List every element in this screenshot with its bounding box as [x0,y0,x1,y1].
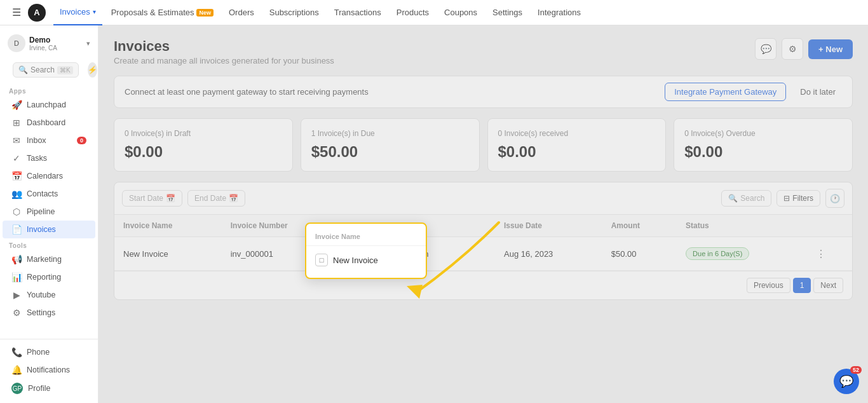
tasks-icon: ✓ [11,153,22,163]
profile-icon: GP [11,383,23,394]
dropdown-header: Invoice Name [306,230,426,246]
chevron-down-icon: ▾ [86,39,90,48]
lightning-button[interactable]: ⚡ [88,62,97,78]
sidebar-item-calendars[interactable]: 📅 Calendars [3,167,95,185]
sidebar: D Demo Irvine, CA ▾ 🔍 Search ⌘K ⚡ Apps 🚀… [0,25,98,403]
nav-item-coupons[interactable]: Coupons [438,0,484,25]
inbox-icon: ✉ [11,135,22,146]
nav-item-settings[interactable]: Settings [486,0,529,25]
nav-item-orders[interactable]: Orders [222,0,261,25]
app-logo: A [28,4,46,22]
chevron-down-icon: ▾ [93,8,96,15]
reporting-icon: 📊 [11,272,22,282]
avatar: D [8,34,25,52]
sidebar-item-launchpad[interactable]: 🚀 Launchpad [3,96,95,114]
sidebar-item-contacts[interactable]: 👥 Contacts [3,185,95,203]
invoice-name-dropdown: Invoice Name □ New Invoice [305,222,427,279]
invoice-item-label: New Invoice [333,256,378,265]
invoices-icon: 📄 [11,224,22,235]
dashboard-icon: ⊞ [11,118,22,128]
sidebar-item-pipeline[interactable]: ⬡ Pipeline [3,203,95,221]
youtube-icon: ▶ [11,290,22,300]
search-input[interactable]: 🔍 Search ⌘K [13,62,79,78]
user-location: Irvine, CA [29,44,83,51]
launchpad-icon: 🚀 [11,100,22,110]
chat-badge: 52 [850,366,862,374]
search-icon: 🔍 [18,65,28,74]
sidebar-item-invoices[interactable]: 📄 Invoices [3,221,95,238]
top-navigation: ☰ A Invoices ▾ Proposals & Estimates New… [0,0,868,25]
nav-item-products[interactable]: Products [390,0,435,25]
chat-icon: 💬 [839,374,853,388]
sidebar-item-marketing[interactable]: 📢 Marketing [3,250,95,268]
sidebar-item-inbox[interactable]: ✉ Inbox 0 [3,132,95,149]
nav-item-integrations[interactable]: Integrations [531,0,587,25]
sidebar-item-notifications[interactable]: 🔔 Notifications [3,361,95,379]
nav-item-proposals[interactable]: Proposals & Estimates New [105,0,220,25]
sidebar-item-reporting[interactable]: 📊 Reporting [3,268,95,286]
contacts-icon: 👥 [11,189,22,199]
hamburger-menu[interactable]: ☰ [8,4,25,22]
user-name: Demo [29,36,83,44]
sidebar-item-youtube[interactable]: ▶ Youtube [3,286,95,304]
sidebar-item-dashboard[interactable]: ⊞ Dashboard [3,114,95,132]
notifications-icon: 🔔 [11,365,22,375]
sidebar-item-tasks[interactable]: ✓ Tasks [3,149,95,167]
nav-item-transactions[interactable]: Transactions [328,0,388,25]
main-content: Invoices Create and manage all invoices … [98,25,868,403]
calendars-icon: 📅 [11,171,22,181]
sidebar-user[interactable]: D Demo Irvine, CA ▾ [0,31,98,56]
new-badge: New [196,9,214,17]
dropdown-item-new-invoice[interactable]: □ New Invoice [306,249,426,271]
settings-icon: ⚙ [11,308,22,318]
inbox-badge: 0 [77,137,86,144]
overlay-dim [98,25,868,403]
sidebar-item-profile[interactable]: GP Profile [3,379,95,398]
apps-section-label: Apps [0,84,98,96]
invoice-item-icon: □ [315,254,328,266]
tools-section-label: Tools [0,238,98,250]
nav-item-subscriptions[interactable]: Subscriptions [263,0,325,25]
sidebar-item-settings-tool[interactable]: ⚙ Settings [3,304,95,322]
chat-bubble[interactable]: 💬 52 [834,369,859,394]
phone-icon: 📞 [11,347,22,357]
marketing-icon: 📢 [11,254,22,264]
nav-item-invoices[interactable]: Invoices ▾ [53,0,102,25]
sidebar-item-phone[interactable]: 📞 Phone [3,343,95,361]
pipeline-icon: ⬡ [11,207,22,217]
